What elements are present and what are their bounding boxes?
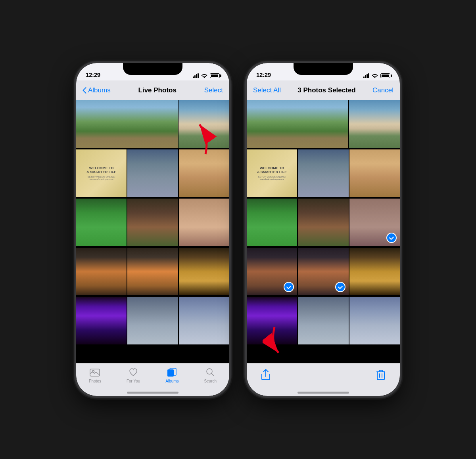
grid-row-1 [76, 100, 229, 148]
home-indicator-1 [127, 392, 178, 394]
signal-icon-2 [363, 73, 369, 78]
photo-cell-2-3-1[interactable] [247, 199, 297, 246]
action-bar-2 [247, 363, 400, 396]
photo-cell-2-2-3[interactable] [349, 149, 400, 197]
delete-button[interactable] [374, 368, 387, 381]
tab-for-you-label: For You [127, 379, 140, 383]
photo-cell-2-1[interactable]: WELCOME TOA SMARTER LIFE SETUP VIDEOS ON… [76, 149, 127, 197]
photo-cell-2-4-3[interactable] [349, 248, 400, 295]
select-button-1[interactable]: Select [204, 86, 223, 94]
albums-icon [167, 367, 178, 378]
back-label-1: Albums [88, 86, 111, 94]
photo-cell-5-2[interactable] [127, 297, 178, 344]
photo-cell-2-2-1[interactable]: WELCOME TOA SMARTER LIFE SETUP VIDEOS ON… [247, 149, 297, 197]
photo-cell-2-1-2[interactable] [349, 100, 400, 148]
tab-photos[interactable]: Photos [89, 367, 101, 383]
grid-row-2-1 [247, 100, 400, 148]
tab-for-you[interactable]: For You [127, 367, 140, 383]
cancel-button[interactable]: Cancel [372, 86, 393, 94]
grid-row-2: WELCOME TOA SMARTER LIFE SETUP VIDEOS ON… [76, 149, 229, 197]
grid-row-3 [76, 199, 229, 246]
photo-cell-2-1-1[interactable] [247, 100, 348, 148]
wifi-icon-2 [372, 73, 378, 78]
photo-cell-2-2-2[interactable] [298, 149, 348, 197]
status-icons-2 [363, 73, 390, 78]
phone-1: 12:29 [75, 62, 230, 397]
photo-cell-2-4-2[interactable] [298, 248, 348, 295]
photo-cell-4-1[interactable] [76, 248, 127, 295]
share-button[interactable] [259, 368, 272, 381]
tab-search[interactable]: Search [204, 367, 217, 383]
photo-cell-3-3[interactable] [179, 199, 229, 246]
nav-title-1: Live Photos [138, 86, 177, 94]
battery-icon-1 [210, 73, 220, 78]
selection-badge-4-2 [335, 282, 345, 292]
photo-cell-2-3-2[interactable] [298, 199, 348, 246]
grid-row-2-2: WELCOME TOA SMARTER LIFE SETUP VIDEOS ON… [247, 149, 400, 197]
selection-badge-3-3 [386, 233, 397, 243]
photo-cell-2-2[interactable] [127, 149, 178, 197]
signal-icon-1 [193, 73, 199, 78]
home-indicator-2 [298, 392, 349, 394]
photo-cell-2-5-2[interactable] [298, 297, 348, 344]
status-time-2: 12:29 [256, 71, 271, 78]
photo-cell-3-2[interactable] [127, 199, 178, 246]
photo-cell-1-2[interactable] [178, 100, 229, 148]
grid-row-2-3 [247, 199, 400, 246]
status-icons-1 [193, 73, 220, 78]
photo-cell-2-5-3[interactable] [349, 297, 400, 344]
search-icon [205, 367, 216, 378]
photo-cell-4-2[interactable] [127, 248, 178, 295]
svg-point-5 [207, 369, 212, 374]
photo-cell-2-5-1[interactable] [247, 297, 297, 344]
photo-grid-1: WELCOME TOA SMARTER LIFE SETUP VIDEOS ON… [76, 100, 229, 363]
photos-icon [89, 367, 100, 378]
grid-row-2-5 [247, 297, 400, 344]
nav-title-2: 3 Photos Selected [298, 86, 355, 94]
photo-cell-1-1[interactable] [76, 100, 178, 148]
photo-cell-5-3[interactable] [179, 297, 229, 344]
tab-search-label: Search [204, 379, 217, 383]
wifi-icon-1 [201, 73, 207, 78]
grid-row-4 [76, 248, 229, 295]
photo-cell-4-3[interactable] [179, 248, 229, 295]
photo-cell-2-3-3[interactable] [349, 199, 400, 246]
grid-row-2-4 [247, 248, 400, 295]
notch-1 [123, 63, 182, 75]
photo-cell-5-1[interactable] [76, 297, 127, 344]
nav-bar-2: Select All 3 Photos Selected Cancel [247, 80, 400, 100]
screen-1: 12:29 [76, 63, 229, 396]
photo-cell-3-1[interactable] [76, 199, 127, 246]
svg-rect-7 [377, 372, 384, 380]
select-all-button[interactable]: Select All [253, 86, 281, 94]
for-you-icon [128, 367, 139, 378]
photo-cell-2-4-1[interactable] [247, 248, 297, 295]
tab-bar-1: Photos For You [76, 363, 229, 396]
tab-albums[interactable]: Albums [165, 367, 178, 383]
status-time-1: 12:29 [86, 71, 100, 78]
screen-2: 12:29 [247, 63, 400, 396]
tab-albums-label: Albums [165, 379, 178, 383]
grid-row-5 [76, 297, 229, 344]
photo-grid-2: WELCOME TOA SMARTER LIFE SETUP VIDEOS ON… [247, 100, 400, 363]
battery-icon-2 [380, 73, 390, 78]
back-button-1[interactable]: Albums [83, 86, 111, 94]
tab-photos-label: Photos [89, 379, 101, 383]
nav-bar-1: Albums Live Photos Select [76, 80, 229, 100]
phone-2: 12:29 [246, 62, 401, 397]
photo-cell-2-3[interactable] [179, 149, 229, 197]
notch-2 [294, 63, 353, 75]
